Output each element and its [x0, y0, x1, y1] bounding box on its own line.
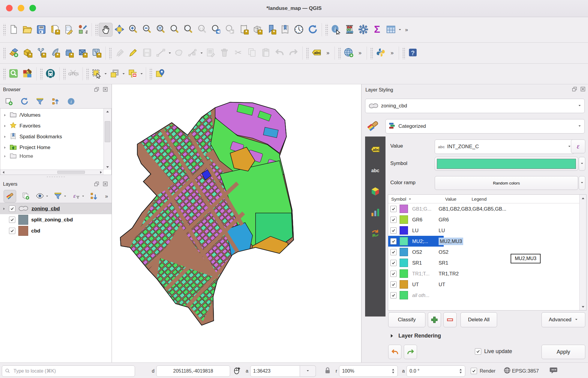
- show-statistics-button[interactable]: Σ: [370, 23, 384, 37]
- messages-icon[interactable]: [549, 366, 558, 376]
- category-color-swatch[interactable]: [400, 226, 408, 235]
- browser-item-home[interactable]: Home: [0, 153, 111, 160]
- advanced-button[interactable]: Advanced: [542, 312, 585, 327]
- filter-legend-button[interactable]: [53, 191, 63, 201]
- layers-list[interactable]: zoning_cbdsplit_zoning_cbdcbd: [0, 203, 112, 362]
- undo-button[interactable]: [273, 46, 286, 60]
- deselect-all-dropdown-caret[interactable]: [140, 67, 144, 81]
- category-checkbox[interactable]: [390, 260, 397, 266]
- toggle-editing-button[interactable]: [126, 46, 140, 60]
- category-value[interactable]: GB1;G...: [412, 206, 437, 212]
- data-source-manager-button[interactable]: [7, 46, 20, 60]
- locate-input[interactable]: [13, 368, 122, 374]
- category-value[interactable]: all oth...: [412, 292, 437, 298]
- category-color-swatch[interactable]: [400, 237, 408, 245]
- new-scratch-layer-button[interactable]: *: [62, 46, 76, 60]
- table-scrollbar[interactable]: [579, 195, 586, 310]
- scroll-down-icon[interactable]: [580, 304, 586, 310]
- category-row-gb1g[interactable]: GB1;G...GB1,GB2,GB3,GB4,GB5,GB...: [388, 203, 586, 214]
- category-legend[interactable]: TR1,TR2: [439, 271, 459, 277]
- label-tag-tab[interactable]: abc: [369, 143, 382, 156]
- category-color-swatch[interactable]: [400, 205, 408, 213]
- save-project-button[interactable]: [34, 23, 48, 37]
- filter-expression-button[interactable]: ε: [71, 191, 81, 201]
- processing-toolbox-button[interactable]: [356, 23, 370, 37]
- save-layer-edits-button[interactable]: [140, 46, 154, 60]
- copy-features-button[interactable]: [245, 46, 259, 60]
- categories-table-header[interactable]: Symbol Value Legend: [388, 195, 586, 203]
- layer-visibility-checkbox[interactable]: [9, 206, 15, 212]
- color-ramp-button[interactable]: Random colors: [435, 176, 578, 190]
- diagram-chart-tab[interactable]: [369, 206, 382, 219]
- browser-item--volumes[interactable]: /Volumes: [0, 110, 111, 121]
- new-shapefile-layer-button[interactable]: *: [34, 46, 48, 60]
- new-3d-map-view-button[interactable]: *: [250, 23, 264, 37]
- toolbar-grip[interactable]: [370, 47, 373, 59]
- color-ramp-dropdown-button[interactable]: [579, 176, 585, 190]
- toolbar-overflow-button[interactable]: »: [323, 47, 332, 59]
- category-color-swatch[interactable]: [400, 215, 408, 224]
- category-legend[interactable]: LU: [439, 228, 445, 233]
- category-color-swatch[interactable]: [400, 280, 408, 289]
- filter-browser-button[interactable]: [35, 97, 45, 107]
- select-by-location-button[interactable]: [153, 67, 167, 81]
- category-value[interactable]: SR1: [412, 260, 437, 266]
- zoom-full-button[interactable]: [154, 23, 168, 37]
- style-manager-button[interactable]: a: [76, 23, 89, 37]
- scroll-thumb[interactable]: [105, 121, 110, 142]
- magnifier-spinner[interactable]: [392, 368, 395, 374]
- browser-item-favorites[interactable]: Favorites: [0, 121, 111, 131]
- digitize-segment-button[interactable]: [154, 46, 168, 60]
- layers-overflow-button[interactable]: »: [103, 190, 110, 202]
- modify-attributes-button[interactable]: [204, 46, 218, 60]
- layer-labeling-button[interactable]: abc: [310, 46, 323, 60]
- category-legend[interactable]: MU2,MU3: [439, 238, 463, 245]
- attribute-table-button[interactable]: [384, 23, 398, 37]
- refresh-map-button[interactable]: [306, 23, 320, 37]
- symbol-dropdown-button[interactable]: [579, 157, 585, 171]
- toolbar-grip[interactable]: [338, 47, 341, 59]
- toolbar-grip[interactable]: [63, 68, 66, 80]
- new-map-view-button[interactable]: *: [237, 23, 250, 37]
- new-spatial-bookmark-button[interactable]: *: [264, 23, 278, 37]
- pan-map-button[interactable]: [99, 23, 112, 37]
- category-row-lu[interactable]: LULU: [388, 225, 586, 236]
- select-by-form-dropdown-caret[interactable]: [122, 67, 126, 81]
- filter-expression-caret[interactable]: [82, 189, 85, 203]
- new-geopackage-layer-button[interactable]: *: [20, 46, 34, 60]
- new-mesh-layer-button[interactable]: *: [76, 46, 89, 60]
- scroll-thumb[interactable]: [57, 171, 85, 174]
- category-value[interactable]: MU2;...: [412, 238, 437, 244]
- category-color-swatch[interactable]: [400, 248, 408, 256]
- layers-float-button[interactable]: [93, 181, 100, 188]
- browser-vertical-scrollbar[interactable]: [104, 109, 111, 170]
- quickmapservices-button[interactable]: [20, 67, 34, 81]
- toolbar-grip[interactable]: [306, 47, 309, 59]
- toolbar-grip[interactable]: [3, 68, 6, 80]
- zoom-out-button[interactable]: [140, 23, 154, 37]
- category-checkbox[interactable]: [390, 227, 397, 234]
- abc-plain-tab[interactable]: abc: [369, 164, 382, 177]
- current-edits-button[interactable]: [112, 46, 126, 60]
- browser-tree[interactable]: /VolumesFavoritesSpatial BookmarksProjec…: [0, 108, 112, 175]
- expression-button[interactable]: ε: [571, 140, 585, 153]
- styling-brush-button[interactable]: [4, 190, 16, 202]
- layer-visibility-checkbox[interactable]: [9, 228, 15, 234]
- browser-item-project-home[interactable]: Project Home: [0, 142, 111, 153]
- rotation-box[interactable]: 0.0 °: [406, 365, 465, 377]
- panel-splitter[interactable]: [0, 175, 112, 179]
- transit-plugin-button[interactable]: [44, 67, 57, 81]
- expand-caret-icon[interactable]: [3, 113, 7, 117]
- toolbar-grip[interactable]: [149, 68, 152, 80]
- category-value[interactable]: UT: [412, 282, 437, 287]
- zoom-to-layer-button[interactable]: [182, 23, 195, 37]
- category-value[interactable]: TR1;T...: [412, 271, 437, 277]
- locate-search[interactable]: [2, 365, 135, 377]
- toolbar-overflow-button[interactable]: »: [388, 47, 397, 59]
- extent-toggle-icon[interactable]: [232, 366, 242, 376]
- expand-caret-icon[interactable]: [2, 207, 6, 211]
- new-geojson-layer-button[interactable]: *: [48, 46, 62, 60]
- category-color-swatch[interactable]: [400, 259, 408, 267]
- coordinate-box[interactable]: 2051185,-4019818: [156, 365, 230, 377]
- scale-dropdown[interactable]: [300, 365, 316, 377]
